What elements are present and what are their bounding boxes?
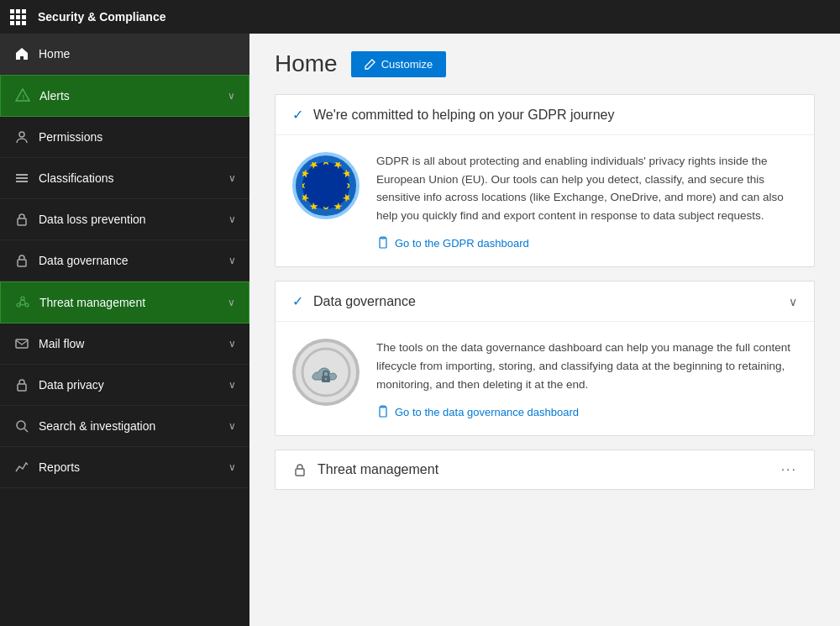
svg-rect-3 <box>16 177 28 179</box>
svg-point-15 <box>302 162 349 209</box>
svg-rect-6 <box>18 260 26 266</box>
threat-management-card-title: Threat management <box>318 462 771 477</box>
sidebar-item-mail-label: Mail flow <box>39 337 220 350</box>
sidebar-item-data-governance[interactable]: Data governance ∨ <box>0 240 249 281</box>
threat-management-card: Threat management ··· <box>275 450 815 490</box>
data-governance-dashboard-link[interactable]: Go to the data governance dashboard <box>376 405 797 418</box>
sidebar-item-home-label: Home <box>39 47 236 60</box>
svg-point-9 <box>25 303 29 307</box>
gdpr-card: ✓ We're committed to helping on your GDP… <box>275 94 815 267</box>
gdpr-card-header[interactable]: ✓ We're committed to helping on your GDP… <box>276 95 814 135</box>
svg-point-32 <box>325 378 327 380</box>
clipboard-gov-icon <box>376 405 390 418</box>
sidebar-item-threat-management[interactable]: Threat management ∨ <box>0 281 249 324</box>
page-header: Home Customize <box>275 50 815 77</box>
data-privacy-chevron-icon: ∨ <box>228 379 236 391</box>
sidebar-item-data-privacy-label: Data privacy <box>39 378 220 392</box>
mail-icon <box>13 335 30 352</box>
clipboard-icon <box>376 236 390 250</box>
data-governance-card-header[interactable]: ✓ Data governance ∨ <box>276 281 814 322</box>
cloud-lock-icon <box>292 339 360 406</box>
gdpr-card-title: We're committed to helping on your GDPR … <box>313 108 797 123</box>
customize-button[interactable]: Customize <box>351 51 446 77</box>
app-grid-icon[interactable] <box>10 9 26 25</box>
svg-line-14 <box>24 429 28 432</box>
svg-point-7 <box>20 300 25 305</box>
sidebar-item-dlp-label: Data loss prevention <box>39 213 220 226</box>
svg-rect-28 <box>380 238 386 248</box>
sidebar-item-alerts[interactable]: ! Alerts ∨ <box>0 75 249 117</box>
gdpr-dashboard-link[interactable]: Go to the GDPR dashboard <box>376 236 797 250</box>
lock-gov-icon <box>13 252 30 269</box>
svg-point-13 <box>17 421 25 429</box>
data-governance-card-body: The tools on the data governance dashboa… <box>276 322 814 435</box>
sidebar-item-reports-label: Reports <box>39 460 220 474</box>
main-layout: ‹ Home ! Alerts ∨ Permissions <box>0 34 840 626</box>
classifications-chevron-icon: ∨ <box>228 172 236 184</box>
sidebar-item-threat-label: Threat management <box>39 296 219 309</box>
svg-rect-5 <box>18 218 26 225</box>
alert-icon: ! <box>14 87 31 104</box>
sidebar-item-permissions-label: Permissions <box>39 130 236 144</box>
threat-chevron-icon: ∨ <box>228 297 235 308</box>
svg-rect-33 <box>380 407 386 417</box>
alerts-chevron-icon: ∨ <box>228 90 235 102</box>
mail-chevron-icon: ∨ <box>228 338 236 350</box>
person-icon <box>13 129 30 145</box>
data-governance-card-title: Data governance <box>313 294 779 309</box>
gdpr-body-text: GDPR is all about protecting and enablin… <box>376 152 797 224</box>
svg-rect-2 <box>16 174 28 176</box>
sidebar-item-reports[interactable]: Reports ∨ <box>0 447 249 488</box>
data-governance-card: ✓ Data governance ∨ <box>275 281 815 436</box>
lock-threat-icon <box>292 462 307 477</box>
app-title: Security & Compliance <box>38 10 166 24</box>
sidebar-item-mail-flow[interactable]: Mail flow ∨ <box>0 324 249 365</box>
data-governance-chevron-icon: ∨ <box>789 295 797 308</box>
threat-management-options-icon[interactable]: ··· <box>781 462 797 477</box>
lock-dlp-icon <box>13 211 30 228</box>
threat-management-card-header[interactable]: Threat management ··· <box>276 450 814 489</box>
svg-point-1 <box>19 132 24 137</box>
svg-point-10 <box>17 303 20 307</box>
data-governance-check-icon: ✓ <box>292 293 303 309</box>
dlp-chevron-icon: ∨ <box>228 213 236 225</box>
top-bar: Security & Compliance <box>0 0 840 34</box>
sidebar-item-data-loss-prevention[interactable]: Data loss prevention ∨ <box>0 199 249 240</box>
reports-icon <box>13 459 30 476</box>
svg-point-8 <box>21 297 24 300</box>
eu-flag-icon <box>292 152 360 219</box>
data-governance-chevron-icon: ∨ <box>228 255 236 266</box>
data-governance-body-text: The tools on the data governance dashboa… <box>376 339 797 393</box>
search-icon <box>13 418 30 434</box>
sidebar-item-alerts-label: Alerts <box>39 89 219 103</box>
sidebar: ‹ Home ! Alerts ∨ Permissions <box>0 34 249 626</box>
sidebar-item-classifications[interactable]: Classifications ∨ <box>0 158 249 199</box>
sidebar-item-permissions[interactable]: Permissions <box>0 117 249 158</box>
svg-rect-12 <box>18 384 26 391</box>
page-title: Home <box>275 50 338 77</box>
gdpr-body-col: GDPR is all about protecting and enablin… <box>376 152 797 250</box>
sidebar-item-home[interactable]: Home <box>0 34 249 75</box>
lock-privacy-icon <box>13 376 30 393</box>
svg-rect-4 <box>16 181 28 182</box>
sidebar-item-data-governance-label: Data governance <box>39 254 220 267</box>
eu-stars-svg <box>302 162 349 209</box>
home-icon <box>13 45 30 62</box>
svg-rect-11 <box>16 339 28 348</box>
list-icon <box>13 170 30 187</box>
sidebar-item-classifications-label: Classifications <box>39 171 220 185</box>
search-chevron-icon: ∨ <box>228 420 236 432</box>
data-governance-body-col: The tools on the data governance dashboa… <box>376 339 797 418</box>
cloud-lock-svg <box>301 347 351 397</box>
svg-rect-35 <box>296 469 304 476</box>
sidebar-item-search-label: Search & investigation <box>39 419 220 433</box>
svg-text:!: ! <box>23 93 25 101</box>
main-content: Home Customize ✓ We're committed to help… <box>249 34 840 626</box>
gdpr-check-icon: ✓ <box>292 107 303 123</box>
sidebar-item-data-privacy[interactable]: Data privacy ∨ <box>0 365 249 406</box>
reports-chevron-icon: ∨ <box>228 461 236 473</box>
edit-icon <box>365 58 376 70</box>
sidebar-item-search-investigation[interactable]: Search & investigation ∨ <box>0 406 249 447</box>
bio-icon <box>14 294 31 311</box>
gdpr-card-body: GDPR is all about protecting and enablin… <box>276 135 814 266</box>
